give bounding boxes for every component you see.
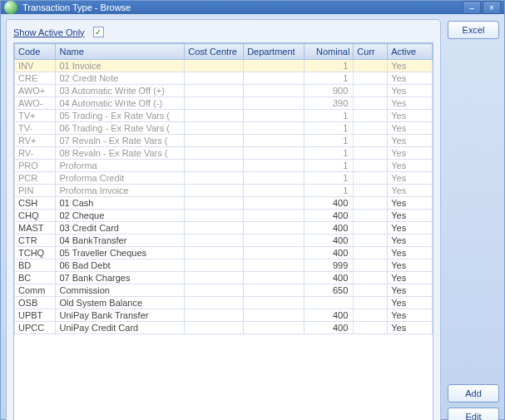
cell-name: UniPay Bank Transfer [56, 309, 185, 322]
table-header-row: Code Name Cost Centre Department Nominal… [15, 44, 433, 60]
cell-code: CRE [15, 72, 56, 85]
table-empty-area [14, 334, 433, 420]
cell-curr [354, 272, 388, 284]
cell-nominal: 400 [304, 197, 354, 210]
cell-code: RV+ [15, 135, 56, 147]
cell-dept [244, 110, 304, 122]
cell-code: Comm [15, 284, 56, 297]
cell-code: UPCC [15, 322, 56, 334]
table-row[interactable]: RV-08 Revaln - Ex Rate Vars (1Yes [15, 147, 433, 160]
cell-dept [244, 135, 304, 147]
table-row[interactable]: UPBTUniPay Bank Transfer400Yes [15, 309, 433, 322]
cell-nominal: 1 [304, 72, 354, 85]
table-row[interactable]: UPCCUniPay Credit Card400Yes [15, 322, 433, 334]
close-window-button[interactable]: × [483, 1, 501, 14]
app-icon [4, 1, 17, 14]
cell-nominal: 400 [304, 235, 354, 247]
cell-curr [354, 110, 388, 122]
col-curr[interactable]: Curr [354, 44, 388, 60]
cell-active: Yes [388, 309, 433, 322]
cell-curr [354, 172, 388, 185]
cell-name: 02 Credit Note [56, 72, 185, 85]
cell-name: 07 Revaln - Ex Rate Vars ( [56, 135, 185, 147]
cell-dept [244, 197, 304, 210]
cell-curr [354, 235, 388, 247]
table-row[interactable]: TV+05 Trading - Ex Rate Vars (1Yes [15, 110, 433, 122]
cell-active: Yes [388, 160, 433, 172]
col-nominal[interactable]: Nominal [304, 44, 354, 60]
cell-cost [185, 247, 244, 259]
cell-active: Yes [388, 222, 433, 235]
cell-nominal: 900 [304, 85, 354, 97]
add-button[interactable]: Add [448, 384, 499, 403]
cell-code: RV- [15, 147, 56, 160]
cell-code: PIN [15, 185, 56, 197]
table-row[interactable]: PINProforma Invoice1Yes [15, 185, 433, 197]
col-active[interactable]: Active [388, 44, 433, 60]
cell-name: 01 Invoice [56, 60, 185, 72]
cell-curr [354, 284, 388, 297]
table-row[interactable]: TCHQ05 Traveller Cheques400Yes [15, 247, 433, 259]
col-code[interactable]: Code [15, 44, 56, 60]
table-row[interactable]: PCRProforma Credit1Yes [15, 172, 433, 185]
cell-curr [354, 147, 388, 160]
table-row[interactable]: CSH01 Cash400Yes [15, 197, 433, 210]
cell-cost [185, 309, 244, 322]
minimize-button[interactable]: – [463, 1, 481, 14]
cell-cost [185, 284, 244, 297]
table-row[interactable]: CHQ02 Cheque400Yes [15, 210, 433, 222]
cell-active: Yes [388, 272, 433, 284]
table-row[interactable]: CRE02 Credit Note1Yes [15, 72, 433, 85]
cell-active: Yes [388, 135, 433, 147]
edit-button[interactable]: Edit [448, 408, 499, 420]
table-row[interactable]: MAST03 Credit Card400Yes [15, 222, 433, 235]
table-row[interactable]: TV-06 Trading - Ex Rate Vars (1Yes [15, 122, 433, 135]
cell-nominal: 400 [304, 322, 354, 334]
cell-code: CTR [15, 235, 56, 247]
cell-name: 03 Credit Card [56, 222, 185, 235]
table-row[interactable]: AWO+03 Automatic Write Off (+)900Yes [15, 85, 433, 97]
cell-nominal: 1 [304, 60, 354, 72]
cell-active: Yes [388, 247, 433, 259]
excel-button[interactable]: Excel [448, 21, 499, 39]
cell-nominal: 390 [304, 97, 354, 110]
cell-name: Old System Balance [56, 297, 185, 309]
table-row[interactable]: AWO-04 Automatic Write Off (-)390Yes [15, 97, 433, 110]
cell-code: BD [15, 259, 56, 272]
cell-name: 06 Bad Debt [56, 259, 185, 272]
cell-name: 02 Cheque [56, 210, 185, 222]
cell-nominal: 400 [304, 272, 354, 284]
cell-active: Yes [388, 210, 433, 222]
table-row[interactable]: CTR04 BankTransfer400Yes [15, 235, 433, 247]
cell-dept [244, 322, 304, 334]
main-panel: Show Active Only ✓ Code Name Cost Centre… [6, 19, 441, 420]
cell-dept [244, 259, 304, 272]
cell-curr [354, 297, 388, 309]
cell-name: 05 Traveller Cheques [56, 247, 185, 259]
show-active-label[interactable]: Show Active Only [13, 27, 85, 37]
cell-name: 06 Trading - Ex Rate Vars ( [56, 122, 185, 135]
show-active-checkbox[interactable]: ✓ [93, 27, 104, 37]
cell-dept [244, 235, 304, 247]
table-row[interactable]: BD06 Bad Debt999Yes [15, 259, 433, 272]
cell-dept [244, 97, 304, 110]
table-row[interactable]: PROProforma1Yes [15, 160, 433, 172]
table-row[interactable]: CommCommission650Yes [15, 284, 433, 297]
col-department[interactable]: Department [244, 44, 304, 60]
cell-code: INV [15, 60, 56, 72]
col-cost-centre[interactable]: Cost Centre [185, 44, 244, 60]
cell-name: Proforma Invoice [56, 185, 185, 197]
cell-nominal: 1 [304, 172, 354, 185]
cell-active: Yes [388, 172, 433, 185]
col-name[interactable]: Name [56, 44, 185, 60]
table-row[interactable]: RV+07 Revaln - Ex Rate Vars (1Yes [15, 135, 433, 147]
cell-active: Yes [388, 259, 433, 272]
table-row[interactable]: BC07 Bank Charges400Yes [15, 272, 433, 284]
cell-dept [244, 85, 304, 97]
cell-cost [185, 172, 244, 185]
table-row[interactable]: INV01 Invoice1Yes [15, 60, 433, 72]
cell-active: Yes [388, 197, 433, 210]
table-row[interactable]: OSBOld System BalanceYes [15, 297, 433, 309]
cell-name: 04 BankTransfer [56, 235, 185, 247]
cell-curr [354, 222, 388, 235]
